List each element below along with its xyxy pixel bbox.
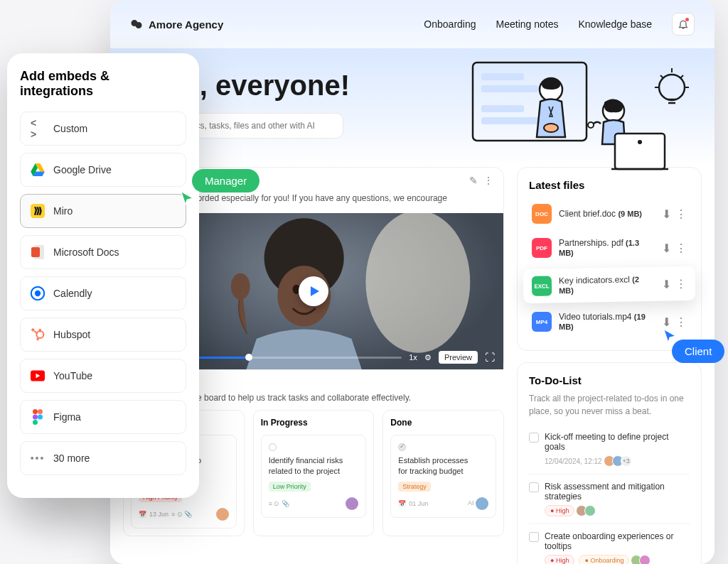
svg-line-11 [660,75,663,78]
svg-point-41 [33,415,38,420]
card-date: 📅 13 Jun ≡ ⊙ 📎 [139,511,192,518]
todo-checkbox[interactable] [529,433,539,443]
video-progress[interactable] [189,357,402,359]
svg-point-43 [33,420,38,425]
file-item[interactable]: DOC Client brief.doc (9 MB) ⬇⋮ [529,197,690,231]
svg-point-39 [33,409,38,414]
svg-point-32 [39,329,41,331]
board-col-done: Done Establish processes for tracking bu… [382,410,504,536]
chip-high: ● High [545,555,574,564]
svg-rect-28 [31,247,40,257]
embed-label: YouTube [53,370,92,381]
file-name: Video tutorials.mp4 (19 MB) [559,312,655,332]
figma-icon [31,410,45,424]
notification-dot-icon [685,18,689,21]
brand-name: Amore Agency [149,18,223,31]
embed-item-custom[interactable]: < > Custom [20,112,186,146]
download-icon[interactable]: ⬇ [662,315,671,329]
svg-rect-4 [481,85,538,92]
svg-rect-3 [481,73,524,80]
embed-label: Calendly [53,288,92,299]
more-icon[interactable]: ⋮ [675,207,687,221]
avatar [346,497,358,510]
svg-point-25 [231,273,250,300]
embed-label: 30 more [53,452,90,464]
video-speed[interactable]: 1x [409,353,417,362]
svg-rect-6 [481,117,538,124]
chip-onboarding: ● Onboarding [579,555,629,564]
embed-item-hubspot[interactable]: Hubspot [20,318,186,352]
client-badge: Client [672,340,724,363]
card-radio-icon[interactable] [269,443,277,451]
todo-item[interactable]: Kick-off meeting to define project goals… [529,425,690,474]
download-icon[interactable]: ⬇ [662,242,671,255]
embed-item-figma[interactable]: Figma [20,400,186,434]
file-item[interactable]: PDF Partnerships. pdf (1.3 MB) ⬇⋮ [529,231,690,265]
brand: Amore Agency [130,18,223,31]
hero: Hello, everyone! [110,48,714,167]
nav-knowledge-base[interactable]: Knowledge base [578,18,652,30]
todo-subtitle: Track all the project-related to-dos in … [529,392,690,418]
embed-item-calendly[interactable]: Calendly [20,276,186,310]
todo-checkbox[interactable] [529,532,539,542]
preview-button[interactable]: Preview [439,351,478,364]
doc-file-icon: DOC [532,204,552,224]
todo-checkbox[interactable] [529,482,539,492]
google-drive-icon [31,163,45,177]
file-name: Client brief.doc (9 MB) [559,209,655,219]
card-date: 📅 01 Jun [398,500,428,507]
nav-links: Onboarding Meeting notes Knowledge base [424,13,695,36]
embed-label: Custom [53,123,87,134]
hero-illustration [466,55,700,190]
video-settings-icon[interactable]: ⚙ [424,353,432,362]
svg-point-30 [35,291,41,296]
download-icon[interactable]: ⬇ [662,277,671,291]
more-icon[interactable]: ⋮ [675,315,687,329]
embed-item-miro[interactable]: Miro [20,194,186,228]
more-dots-icon: ••• [31,451,45,465]
avatars [633,555,651,564]
avatars [579,505,596,516]
todo-text: Risk assessment and mitigation strategie… [545,482,690,501]
brand-logo-icon [130,18,143,31]
svg-line-37 [38,337,38,339]
board-col-title: In Progress [261,418,367,428]
board-col-title: Done [390,418,496,428]
svg-point-33 [31,328,34,331]
embed-item-microsoft-docs[interactable]: Microsoft Docs [20,235,186,269]
todo-item[interactable]: Create onboarding experiences or tooltip… [529,524,690,564]
more-icon[interactable]: ⋮ [675,242,687,255]
file-name: Key indicators.excl (2 MB) [559,274,655,295]
card[interactable]: Identify financial risks related to the … [261,435,367,518]
nav-onboarding[interactable]: Onboarding [424,18,476,30]
file-name: Partnerships. pdf (1.3 MB) [559,238,655,258]
code-icon: < > [31,121,45,136]
file-item-highlighted[interactable]: EXCL Key indicators.excl (2 MB) ⬇⋮ [523,266,696,303]
svg-line-12 [680,75,683,78]
more-icon[interactable]: ⋮ [675,277,687,291]
youtube-icon [31,369,45,383]
priority-tag: Low Priority [269,482,311,492]
svg-point-40 [38,409,43,414]
priority-tag: Strategy [398,482,431,492]
card[interactable]: Establish processes for tracking budget … [390,435,496,518]
svg-point-42 [38,415,43,420]
calendly-icon [31,286,45,300]
download-icon[interactable]: ⬇ [662,207,671,221]
card-radio-done-icon[interactable] [398,443,406,451]
svg-point-14 [544,124,558,132]
embed-item-youtube[interactable]: YouTube [20,359,186,393]
embed-label: Microsoft Docs [53,246,119,258]
embed-item-more[interactable]: ••• 30 more [20,441,186,475]
play-button[interactable] [299,276,328,306]
fullscreen-icon[interactable]: ⛶ [485,352,495,363]
embeds-title: Add embeds & integrations [20,69,186,99]
notifications-button[interactable] [672,13,695,36]
miro-icon [31,204,45,218]
nav-meeting-notes[interactable]: Meeting notes [496,18,559,30]
client-cursor-icon [663,328,677,344]
embed-item-google-drive[interactable]: Google Drive [20,153,186,187]
latest-files-panel: Latest files DOC Client brief.doc (9 MB)… [517,167,702,351]
todo-item[interactable]: Risk assessment and mitigation strategie… [529,474,690,524]
manager-cursor-icon [180,190,194,206]
